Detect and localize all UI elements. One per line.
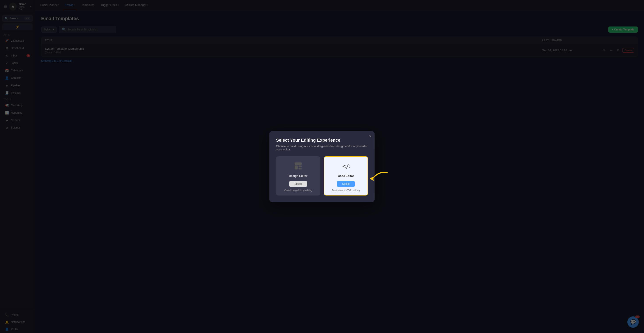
code-editor-icon: </> bbox=[342, 162, 350, 172]
arrow-annotation bbox=[365, 168, 392, 187]
svg-rect-2 bbox=[298, 166, 302, 167]
code-editor-option[interactable]: </> Code Editor Select Feature-rich HTML… bbox=[324, 156, 368, 196]
modal-subtitle: Choose to build using our visual drag-an… bbox=[276, 144, 368, 151]
svg-rect-3 bbox=[298, 168, 302, 169]
modal-overlay[interactable]: × Select Your Editing Experience Choose … bbox=[0, 0, 644, 333]
code-editor-name: Code Editor bbox=[338, 174, 354, 178]
modal-options: Design Editor Select Visual, drag & drop… bbox=[276, 156, 368, 196]
design-editor-select-button[interactable]: Select bbox=[289, 181, 307, 187]
svg-marker-5 bbox=[370, 177, 374, 181]
code-editor-description: Feature-rich HTML editing bbox=[332, 189, 360, 192]
design-editor-description: Visual, drag & drop editing bbox=[284, 189, 312, 192]
code-editor-select-button[interactable]: Select bbox=[337, 181, 355, 187]
design-editor-option[interactable]: Design Editor Select Visual, drag & drop… bbox=[276, 156, 320, 196]
design-editor-name: Design Editor bbox=[289, 174, 308, 178]
modal-close-button[interactable]: × bbox=[369, 134, 372, 138]
editing-experience-modal: × Select Your Editing Experience Choose … bbox=[270, 131, 374, 202]
svg-rect-1 bbox=[294, 166, 298, 169]
modal-title: Select Your Editing Experience bbox=[276, 138, 368, 143]
svg-text:</>: </> bbox=[342, 163, 350, 169]
svg-rect-0 bbox=[294, 162, 302, 165]
design-editor-icon bbox=[294, 162, 302, 172]
